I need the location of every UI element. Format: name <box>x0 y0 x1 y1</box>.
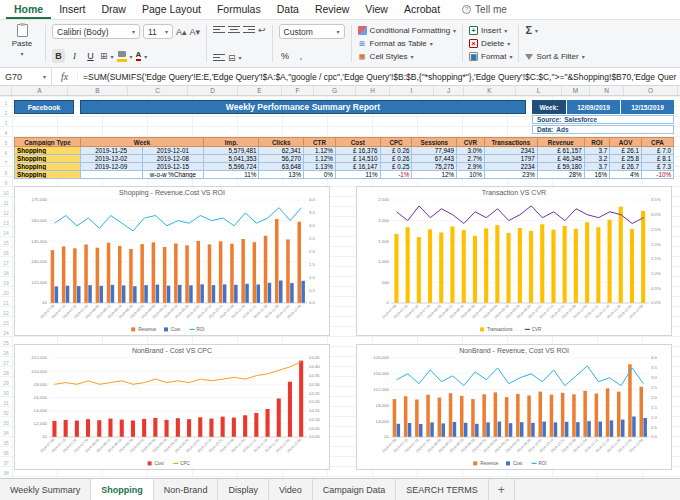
add-sheet-button[interactable]: + <box>489 479 515 500</box>
table-cell[interactable]: £ 46,345 <box>537 155 584 163</box>
row-header-29[interactable]: 29 <box>0 378 12 388</box>
format-as-table-button[interactable]: ⊞ Format as Table ▾ <box>358 37 457 50</box>
menu-tab-insert[interactable]: Insert <box>51 0 93 19</box>
row-header-1[interactable]: 1 <box>0 98 12 108</box>
table-cell[interactable]: £ 25.8 <box>610 155 642 163</box>
table-cell[interactable]: 1797 <box>484 155 537 163</box>
table-cell[interactable]: Shopping <box>15 155 81 163</box>
table-cell[interactable] <box>80 171 142 179</box>
row-header-12[interactable]: 12 <box>0 208 12 218</box>
column-header-K[interactable]: K <box>464 86 516 95</box>
row-header-16[interactable]: 16 <box>0 248 12 258</box>
week-end-cell[interactable]: 12/15/2019 <box>620 100 674 114</box>
column-header-E[interactable]: E <box>238 86 282 95</box>
facebook-cell[interactable]: Facebook <box>14 100 74 114</box>
percent-style-icon[interactable]: % <box>279 49 292 63</box>
table-cell[interactable]: 11% <box>204 171 259 179</box>
table-cell[interactable]: 67,443 <box>412 155 457 163</box>
align-left-icon[interactable] <box>213 24 225 35</box>
table-cell[interactable]: 13% <box>259 171 304 179</box>
sheet-tab-weekly-summary[interactable]: Weekly Summary <box>0 479 91 500</box>
row-header-11[interactable]: 11 <box>0 198 12 208</box>
menu-tab-view[interactable]: View <box>357 0 396 19</box>
row-header-8[interactable]: 8 <box>0 168 12 178</box>
font-size-select[interactable]: 11 ▾ <box>143 24 173 39</box>
row-header-17[interactable]: 17 <box>0 258 12 268</box>
table-cell[interactable]: 28% <box>537 171 584 179</box>
table-cell[interactable]: 2.9% <box>457 163 485 171</box>
align-center-icon[interactable] <box>228 24 240 35</box>
column-header-C[interactable]: C <box>128 86 188 95</box>
table-cell[interactable]: -1% <box>380 171 412 179</box>
sheet-area[interactable]: 1234567891011121314151617181920212223242… <box>0 96 680 478</box>
table-cell[interactable]: £ 7.3 <box>642 163 674 171</box>
borders-icon[interactable]: ⊞ <box>100 51 108 61</box>
bold-button[interactable]: B <box>52 49 65 63</box>
table-cell[interactable]: 23% <box>484 171 537 179</box>
sheet-tab-video[interactable]: Video <box>269 479 313 500</box>
table-cell[interactable]: 2341 <box>484 147 537 155</box>
italic-button[interactable]: I <box>68 49 81 63</box>
row-header-18[interactable]: 18 <box>0 268 12 278</box>
table-cell[interactable]: £ 61,157 <box>537 147 584 155</box>
paste-button[interactable]: Paste ▾ <box>5 24 39 57</box>
merge-center-icon[interactable]: ⊟ <box>228 53 236 63</box>
fill-color-icon[interactable] <box>117 51 127 62</box>
row-header-7[interactable]: 7 <box>0 158 12 168</box>
row-header-21[interactable]: 21 <box>0 298 12 308</box>
row-header-26[interactable]: 26 <box>0 348 12 358</box>
table-cell[interactable]: 3.2 <box>584 155 610 163</box>
grow-font-icon[interactable]: A▴ <box>176 27 187 37</box>
row-header-25[interactable]: 25 <box>0 338 12 348</box>
format-cells-button[interactable]: ▦ Format ▾ <box>469 50 512 63</box>
row-header-30[interactable]: 30 <box>0 388 12 398</box>
table-cell[interactable]: 63,648 <box>259 163 304 171</box>
tell-me[interactable]: ? Tell me <box>462 4 507 19</box>
row-header-6[interactable]: 6 <box>0 148 12 158</box>
table-cell[interactable]: 2019-12-01 <box>142 147 204 155</box>
table-cell[interactable]: 11% <box>335 171 380 179</box>
report-title[interactable]: Weekly Performance Summary Report <box>80 100 526 114</box>
sheet-tab-non-brand[interactable]: Non-Brand <box>154 479 219 500</box>
table-cell[interactable]: 2019-12-08 <box>142 155 204 163</box>
row-header-13[interactable]: 13 <box>0 218 12 228</box>
data-box[interactable]: Data: Ads <box>532 125 674 134</box>
row-header-37[interactable]: 37 <box>0 458 12 468</box>
row-header-23[interactable]: 23 <box>0 318 12 328</box>
table-cell[interactable]: 77,949 <box>412 147 457 155</box>
sheet-tab-display[interactable]: Display <box>218 479 269 500</box>
delete-cells-button[interactable]: × Delete ▾ <box>469 37 512 50</box>
row-header-38[interactable]: 38 <box>0 468 12 478</box>
column-header-D[interactable]: D <box>188 86 238 95</box>
row-header-24[interactable]: 24 <box>0 328 12 338</box>
table-cell[interactable]: £ 59,180 <box>537 163 584 171</box>
row-header-32[interactable]: 32 <box>0 408 12 418</box>
table-cell[interactable]: Shopping <box>15 147 81 155</box>
column-header-I[interactable]: I <box>390 86 434 95</box>
table-cell[interactable]: 2019-12-02 <box>80 155 142 163</box>
column-header-M[interactable]: M <box>562 86 590 95</box>
table-cell[interactable]: 10% <box>457 171 485 179</box>
table-cell[interactable]: 1.12% <box>304 155 336 163</box>
row-header-19[interactable]: 19 <box>0 278 12 288</box>
menu-tab-home[interactable]: Home <box>6 0 51 19</box>
table-cell[interactable]: £ 7.0 <box>642 147 674 155</box>
column-header-F[interactable]: F <box>282 86 314 95</box>
column-header-B[interactable]: B <box>68 86 128 95</box>
sheet-tab-shopping[interactable]: Shopping <box>91 479 154 500</box>
table-cell[interactable]: £ 26.1 <box>610 147 642 155</box>
column-header-A[interactable]: A <box>12 86 68 95</box>
menu-tab-data[interactable]: Data <box>269 0 307 19</box>
name-box[interactable]: G70 ▾ <box>0 68 52 85</box>
table-cell[interactable]: Shopping <box>15 171 81 179</box>
row-header-20[interactable]: 20 <box>0 288 12 298</box>
sheet-tab-search-terms[interactable]: SEARCH TERMS <box>396 479 488 500</box>
table-cell[interactable]: £ 14,510 <box>335 155 380 163</box>
menu-tab-acrobat[interactable]: Acrobat <box>396 0 448 19</box>
insert-cells-button[interactable]: + Insert ▾ <box>469 24 512 37</box>
table-cell[interactable]: 1.12% <box>304 147 336 155</box>
week-start-cell[interactable]: 12/09/2019 <box>566 100 620 114</box>
table-cell[interactable]: 16% <box>584 171 610 179</box>
table-cell[interactable]: 2234 <box>484 163 537 171</box>
row-header-4[interactable]: 4 <box>0 128 12 138</box>
